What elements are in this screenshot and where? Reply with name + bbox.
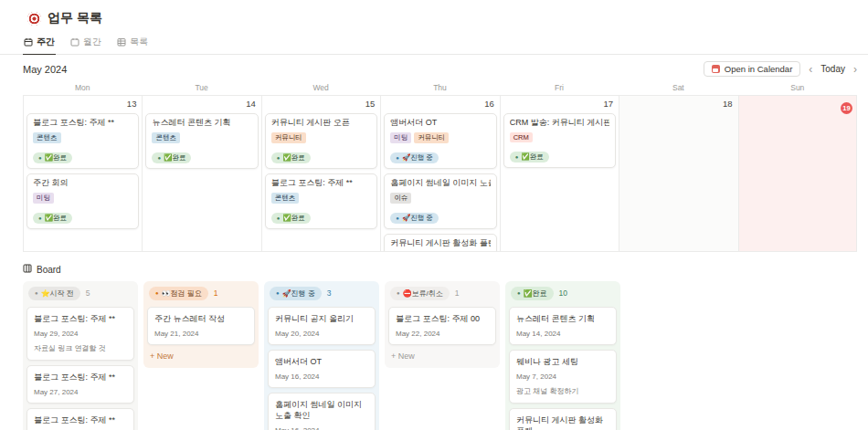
board-view-title[interactable]: Board bbox=[23, 264, 868, 275]
calendar-event-card[interactable]: 뉴스레터 콘텐츠 기획콘텐츠●✅완료 bbox=[145, 113, 258, 169]
board-card[interactable]: 커뮤니티 공지 올리기May 20, 2024 bbox=[268, 307, 376, 345]
calendar-event-card[interactable]: 주간 회의미팅●✅완료 bbox=[26, 173, 139, 229]
prev-week-button[interactable]: ‹ bbox=[809, 64, 812, 75]
calendar-event-card[interactable]: 커뮤니티 게시판 오픈커뮤니티●✅완료 bbox=[265, 113, 377, 169]
board-card[interactable]: 앰버서더 OTMay 16, 2024 bbox=[268, 350, 376, 388]
date-number: 16 bbox=[381, 96, 499, 111]
calendar-day-cell[interactable]: 18 bbox=[619, 96, 737, 251]
table-icon bbox=[117, 37, 126, 47]
board-column-header: ●👀점검 필요1 bbox=[147, 285, 255, 307]
today-date: 19 bbox=[739, 96, 856, 111]
event-title: 홈페이지 썸네일 이미지 노출 확인 bbox=[390, 178, 490, 189]
event-status-pill: ●✅완료 bbox=[33, 213, 72, 225]
tab-monthly[interactable]: 월간 bbox=[69, 33, 102, 54]
board-card-date: May 29, 2024 bbox=[34, 330, 127, 338]
board-status-pill[interactable]: ●🚀진행 중 bbox=[270, 287, 322, 300]
calendar-toolbar: May 2024 Open in Calendar ‹ Today › bbox=[0, 55, 868, 79]
board-view-label: Board bbox=[37, 265, 61, 275]
weekday-header-row: MonTueWedThuFriSatSun bbox=[23, 79, 857, 95]
board-card-note: 광고 채널 확정하기 bbox=[516, 386, 609, 396]
event-tag-row: 커뮤니티 bbox=[271, 132, 371, 143]
status-dot: ● bbox=[277, 215, 281, 221]
board-column: ●⛔보류/취소1블로그 포스팅: 주제 00May 22, 2024+ New bbox=[385, 281, 500, 368]
event-tag: 미팅 bbox=[33, 193, 54, 204]
date-number: 15 bbox=[262, 96, 380, 111]
board-card[interactable]: 블로그 포스팅: 주제 **May 9, 2024 bbox=[26, 408, 134, 430]
calendar-event-card[interactable]: CRM 발송: 커뮤니티 게시판 오픈CRM●✅완료 bbox=[503, 113, 616, 168]
board-card[interactable]: 주간 뉴스레터 작성May 21, 2024 bbox=[147, 307, 255, 345]
event-tag-row: 콘텐츠 bbox=[271, 193, 371, 204]
board-column: ●👀점검 필요1주간 뉴스레터 작성May 21, 2024+ New bbox=[143, 281, 259, 368]
status-dot: ● bbox=[38, 155, 42, 161]
board-card[interactable]: 뉴스레터 콘텐츠 기획May 14, 2024 bbox=[509, 307, 617, 345]
calendar-week-icon bbox=[24, 37, 33, 47]
calendar-event-card[interactable]: 커뮤니티 게시판 활성화 플랜커뮤니티●✅완료 bbox=[384, 234, 496, 251]
event-tag: 콘텐츠 bbox=[33, 132, 61, 143]
board-column-count: 1 bbox=[214, 288, 218, 298]
open-in-calendar-button[interactable]: Open in Calendar bbox=[704, 61, 800, 77]
calendar-event-card[interactable]: 블로그 포스팅: 주제 **콘텐츠●✅완료 bbox=[265, 173, 377, 229]
event-tag-row: CRM bbox=[510, 132, 609, 142]
event-tag-row: 이슈 bbox=[390, 193, 490, 204]
board-status-pill[interactable]: ●👀점검 필요 bbox=[149, 287, 208, 300]
board-card[interactable]: 블로그 포스팅: 주제 **May 27, 2024 bbox=[26, 365, 134, 404]
board-column-header: ●🚀진행 중3 bbox=[268, 285, 376, 307]
weekday-label: Wed bbox=[261, 79, 380, 95]
calendar-day-cell[interactable]: 13블로그 포스팅: 주제 **콘텐츠●✅완료주간 회의미팅●✅완료 bbox=[23, 96, 142, 251]
board-card[interactable]: 블로그 포스팅: 주제 **May 29, 2024자료실 링크 연결할 것 bbox=[26, 307, 134, 361]
event-status-pill: ●✅완료 bbox=[33, 152, 72, 164]
board-card[interactable]: 커뮤니티 게시판 활성화 플랜May 16, 2024 bbox=[509, 408, 617, 430]
calendar-event-card[interactable]: 블로그 포스팅: 주제 **콘텐츠●✅완료 bbox=[26, 113, 139, 169]
page-header: 업무 목록 bbox=[0, 0, 868, 26]
board-card-title: 웨비나 광고 세팅 bbox=[516, 356, 609, 367]
status-label: ✅완료 bbox=[45, 153, 67, 163]
board-status-pill[interactable]: ●⭐시작 전 bbox=[28, 287, 80, 300]
tab-monthly-label: 월간 bbox=[83, 36, 101, 48]
status-dot: ● bbox=[276, 290, 280, 296]
board-column-header: ●⛔보류/취소1 bbox=[388, 285, 496, 307]
calendar-day-cell[interactable]: 16앰버서더 OT미팅커뮤니티●🚀진행 중홈페이지 썸네일 이미지 노출 확인이… bbox=[380, 96, 499, 251]
target-icon bbox=[27, 12, 41, 26]
board-card[interactable]: 블로그 포스팅: 주제 00May 22, 2024 bbox=[388, 307, 496, 345]
month-label: May 2024 bbox=[23, 64, 67, 75]
today-button[interactable]: Today bbox=[820, 64, 845, 74]
event-title: 블로그 포스팅: 주제 ** bbox=[271, 178, 371, 189]
board-card[interactable]: 웨비나 광고 세팅May 7, 2024광고 채널 확정하기 bbox=[509, 350, 617, 404]
board-card-title: 주간 뉴스레터 작성 bbox=[154, 313, 248, 324]
calendar-day-cell[interactable]: 17CRM 발송: 커뮤니티 게시판 오픈CRM●✅완료 bbox=[500, 96, 619, 251]
status-dot: ● bbox=[396, 215, 399, 221]
status-dot: ● bbox=[155, 290, 159, 296]
board-card-date: May 21, 2024 bbox=[154, 330, 248, 338]
board-card-date: May 27, 2024 bbox=[34, 388, 127, 396]
event-title: 주간 회의 bbox=[33, 178, 132, 189]
board-status-label: 🚀진행 중 bbox=[282, 288, 315, 299]
date-number: 17 bbox=[501, 96, 619, 111]
board-column-header: ●✅완료10 bbox=[509, 285, 617, 307]
status-dot: ● bbox=[397, 290, 400, 296]
calendar-day-cell[interactable]: 14뉴스레터 콘텐츠 기획콘텐츠●✅완료 bbox=[142, 96, 260, 251]
status-dot: ● bbox=[396, 155, 399, 161]
event-status-pill: ●✅완료 bbox=[510, 152, 549, 163]
board-card-date: May 7, 2024 bbox=[516, 372, 609, 381]
calendar-red-icon bbox=[712, 65, 720, 73]
board-card-title: 홈페이지 썸네일 이미지 노출 확인 bbox=[275, 399, 368, 421]
calendar-event-card[interactable]: 홈페이지 썸네일 이미지 노출 확인이슈●🚀진행 중 bbox=[384, 173, 496, 229]
new-card-button[interactable]: + New bbox=[388, 350, 496, 362]
next-week-button[interactable]: › bbox=[853, 64, 857, 75]
tab-list[interactable]: 목록 bbox=[116, 33, 149, 54]
board-card-title: 커뮤니티 공지 올리기 bbox=[275, 313, 368, 324]
board-card[interactable]: 홈페이지 썸네일 이미지 노출 확인May 16, 2024 bbox=[268, 393, 376, 430]
calendar-event-card[interactable]: 앰버서더 OT미팅커뮤니티●🚀진행 중 bbox=[384, 113, 496, 169]
board-status-label: ⛔보류/취소 bbox=[403, 288, 443, 299]
board-card-title: 블로그 포스팅: 주제 ** bbox=[34, 414, 127, 425]
board-status-pill[interactable]: ●⛔보류/취소 bbox=[390, 287, 450, 300]
tab-weekly-label: 주간 bbox=[37, 36, 55, 48]
calendar-day-cell[interactable]: 19 bbox=[738, 96, 857, 251]
tab-weekly[interactable]: 주간 bbox=[23, 33, 56, 55]
date-number: 13 bbox=[24, 96, 142, 111]
board-status-pill[interactable]: ●✅완료 bbox=[511, 287, 554, 300]
calendar-day-cell[interactable]: 15커뮤니티 게시판 오픈커뮤니티●✅완료블로그 포스팅: 주제 **콘텐츠●✅… bbox=[261, 96, 380, 251]
board-column-count: 10 bbox=[559, 288, 567, 298]
new-card-button[interactable]: + New bbox=[147, 350, 255, 362]
status-label: ✅완료 bbox=[282, 214, 304, 223]
